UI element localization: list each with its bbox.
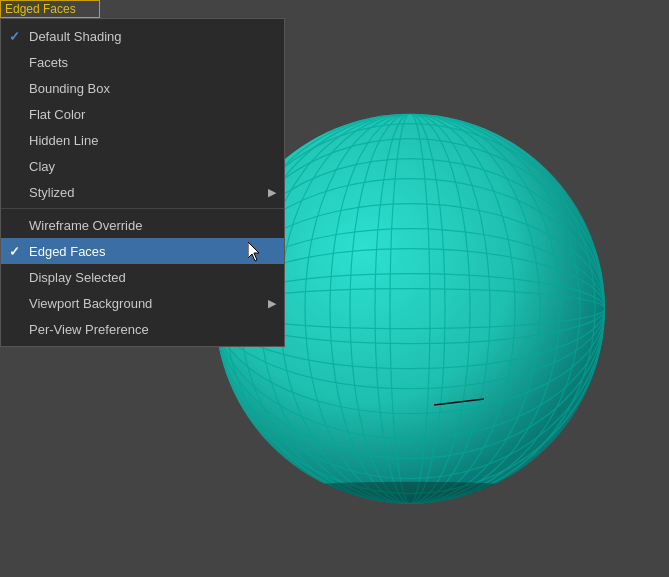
menu-item-label-stylized: Stylized [29, 185, 75, 200]
menu-item-label-per-view-preference: Per-View Preference [29, 322, 149, 337]
title-bar: Edged Faces [0, 0, 100, 18]
menu-item-label-facets: Facets [29, 55, 68, 70]
svg-line-21 [459, 399, 484, 402]
menu-item-label-viewport-background: Viewport Background [29, 296, 152, 311]
menu-item-edged-faces[interactable]: Edged Faces [1, 238, 284, 264]
menu-item-stylized[interactable]: Stylized▶ [1, 179, 284, 205]
menu-item-label-default-shading: Default Shading [29, 29, 122, 44]
menu-separator [1, 208, 284, 209]
title-bar-label: Edged Faces [5, 2, 76, 16]
dropdown-menu: Default ShadingFacetsBounding BoxFlat Co… [0, 18, 285, 347]
submenu-arrow-icon: ▶ [268, 186, 276, 199]
menu-item-label-bounding-box: Bounding Box [29, 81, 110, 96]
menu-item-label-flat-color: Flat Color [29, 107, 85, 122]
menu-item-viewport-background[interactable]: Viewport Background▶ [1, 290, 284, 316]
menu-item-wireframe-override[interactable]: Wireframe Override [1, 212, 284, 238]
submenu-arrow-icon: ▶ [268, 297, 276, 310]
axis-indicator [429, 387, 489, 417]
menu-item-hidden-line[interactable]: Hidden Line [1, 127, 284, 153]
menu-item-label-edged-faces: Edged Faces [29, 244, 106, 259]
menu-item-flat-color[interactable]: Flat Color [1, 101, 284, 127]
menu-item-facets[interactable]: Facets [1, 49, 284, 75]
svg-line-22 [434, 402, 459, 405]
menu-item-label-hidden-line: Hidden Line [29, 133, 98, 148]
menu-item-default-shading[interactable]: Default Shading [1, 23, 284, 49]
menu-item-label-wireframe-override: Wireframe Override [29, 218, 142, 233]
menu-item-clay[interactable]: Clay [1, 153, 284, 179]
menu-item-label-display-selected: Display Selected [29, 270, 126, 285]
svg-point-20 [250, 481, 570, 505]
menu-item-display-selected[interactable]: Display Selected [1, 264, 284, 290]
menu-item-per-view-preference[interactable]: Per-View Preference [1, 316, 284, 342]
menu-item-bounding-box[interactable]: Bounding Box [1, 75, 284, 101]
menu-item-label-clay: Clay [29, 159, 55, 174]
